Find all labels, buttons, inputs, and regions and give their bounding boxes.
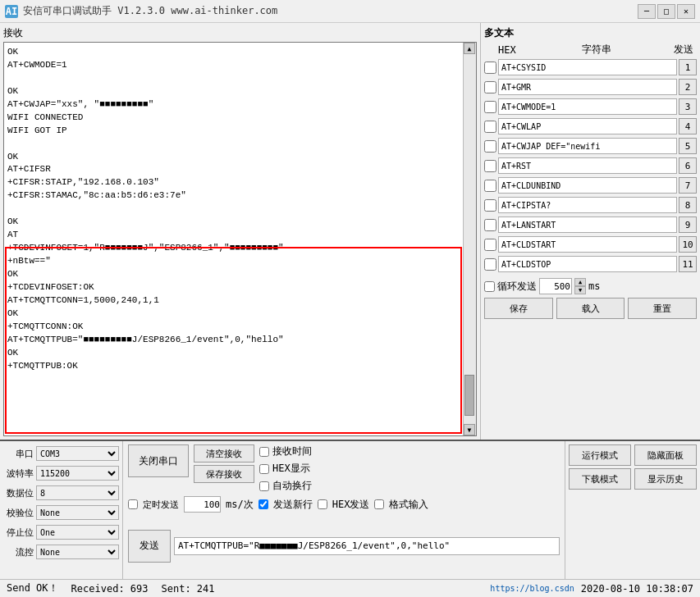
text-input-11[interactable]: [498, 256, 677, 272]
recv-time-checkbox[interactable]: [259, 447, 269, 457]
send-btn-1[interactable]: 1: [679, 59, 697, 75]
status-right: https://blog.csdn 2020-08-10 10:38:07: [490, 583, 693, 595]
hex-cb-5[interactable]: [484, 140, 496, 153]
text-input-2[interactable]: [498, 79, 677, 95]
scroll-thumb[interactable]: [464, 375, 474, 416]
baud-select[interactable]: 115200: [36, 466, 119, 481]
bottom-section: 串口 COM3 波特率 115200 数据位 8: [0, 440, 700, 579]
send-btn-9[interactable]: 9: [679, 216, 697, 233]
loop-interval-input[interactable]: [539, 278, 572, 294]
vertical-scrollbar[interactable]: ▲ ▼: [463, 43, 476, 435]
flow-select[interactable]: None: [36, 545, 119, 559]
stop-bits-select[interactable]: One: [36, 525, 119, 540]
window-controls: ─ □ ✕: [638, 4, 695, 19]
hex-cb-1[interactable]: [484, 62, 496, 74]
spinner-down-button[interactable]: ▼: [574, 286, 586, 294]
reset-button[interactable]: 重置: [628, 298, 697, 319]
open-port-button[interactable]: 关闭串口: [128, 444, 189, 477]
col-str-label: 字符串: [521, 43, 672, 57]
send-btn-8[interactable]: 8: [679, 197, 697, 213]
top-controls: 关闭串口 清空接收 保存接收 接收时间 HEX显示: [128, 444, 560, 493]
hex-display-option: HEX显示: [259, 462, 312, 476]
recv-time-label: 接收时间: [272, 444, 312, 458]
load-button[interactable]: 载入: [556, 298, 625, 319]
run-mode-button[interactable]: 运行模式: [569, 444, 631, 466]
scroll-down-button[interactable]: ▼: [464, 424, 475, 435]
show-history-button[interactable]: 显示历史: [634, 468, 697, 490]
text-input-6[interactable]: [498, 157, 677, 174]
send-btn-5[interactable]: 5: [679, 138, 697, 154]
ms-per-label: ms/次: [226, 498, 254, 512]
recv-time-option: 接收时间: [259, 444, 312, 458]
newline-checkbox[interactable]: [258, 499, 268, 509]
mode-row-1: 运行模式 隐藏面板: [569, 444, 697, 466]
port-select[interactable]: COM3: [36, 446, 119, 461]
send-text-input[interactable]: [174, 537, 560, 555]
multi-row-6: 6: [484, 157, 697, 175]
data-bits-row: 数据位 8: [3, 484, 119, 502]
hex-cb-6[interactable]: [484, 160, 496, 172]
receive-panel: 接收 OK AT+CWMODE=1 OK AT+CWJAP="xxs", "■■…: [0, 23, 480, 440]
send-btn-7[interactable]: 7: [679, 177, 697, 194]
send-btn-4[interactable]: 4: [679, 118, 697, 134]
hex-cb-4[interactable]: [484, 121, 496, 133]
multi-col-header: HEX 字符串 发送: [484, 43, 697, 57]
multi-row-4: 4: [484, 117, 697, 135]
text-input-4[interactable]: [498, 118, 677, 134]
parity-select[interactable]: None: [36, 505, 119, 520]
spinner-up-button[interactable]: ▲: [574, 278, 586, 286]
hex-cb-7[interactable]: [484, 180, 496, 192]
hex-cb-2[interactable]: [484, 81, 496, 93]
save-button[interactable]: 保存: [484, 298, 553, 319]
maximize-button[interactable]: □: [657, 4, 675, 19]
fmt-input-checkbox[interactable]: [374, 499, 384, 509]
text-input-7[interactable]: [498, 177, 677, 194]
hex-cb-3[interactable]: [484, 101, 496, 113]
text-input-5[interactable]: [498, 138, 677, 154]
send-btn-10[interactable]: 10: [679, 236, 697, 253]
blog-link[interactable]: https://blog.csdn: [490, 584, 574, 593]
hex-cb-11[interactable]: [484, 258, 496, 271]
text-input-1[interactable]: [498, 59, 677, 75]
data-bits-select[interactable]: 8: [36, 485, 119, 500]
port-label: 串口: [3, 448, 36, 460]
receive-text[interactable]: OK AT+CWMODE=1 OK AT+CWJAP="xxs", "■■■■■…: [4, 43, 463, 435]
send-btn-2[interactable]: 2: [679, 79, 697, 95]
text-input-9[interactable]: [498, 216, 677, 233]
clear-recv-button[interactable]: 清空接收: [194, 444, 254, 463]
save-recv-button[interactable]: 保存接收: [194, 465, 254, 483]
app-title: 安信可串口调试助手 V1.2.3.0 www.ai-thinker.com: [23, 4, 277, 18]
text-input-8[interactable]: [498, 197, 677, 213]
receive-label: 接收: [3, 26, 477, 40]
multi-row-10: 10: [484, 235, 697, 253]
hex-cb-8[interactable]: [484, 199, 496, 212]
flow-control-row: 流控 None: [3, 543, 119, 561]
serial-settings: 串口 COM3 波特率 115200 数据位 8: [0, 441, 123, 579]
text-input-3[interactable]: [498, 98, 677, 115]
right-mode-buttons: 运行模式 隐藏面板 下载模式 显示历史: [565, 441, 700, 579]
hex-send-checkbox[interactable]: [318, 499, 327, 509]
auto-wrap-checkbox[interactable]: [259, 481, 269, 491]
datetime-status: 2020-08-10 10:38:07: [581, 583, 693, 595]
hex-cb-10[interactable]: [484, 239, 496, 251]
send-btn-3[interactable]: 3: [679, 98, 697, 115]
hex-display-checkbox[interactable]: [259, 464, 269, 474]
download-mode-button[interactable]: 下载模式: [569, 468, 631, 490]
minimize-button[interactable]: ─: [638, 4, 656, 19]
close-button[interactable]: ✕: [677, 4, 695, 19]
app-middle: 接收 OK AT+CWMODE=1 OK AT+CWJAP="xxs", "■■…: [0, 23, 700, 440]
loop-send-row: 循环发送 ▲ ▼ ms: [484, 278, 697, 294]
scroll-up-button[interactable]: ▲: [464, 43, 475, 54]
send-btn-6[interactable]: 6: [679, 157, 697, 174]
receive-box: OK AT+CWMODE=1 OK AT+CWJAP="xxs", "■■■■■…: [3, 42, 477, 436]
timer-interval-input[interactable]: [184, 496, 221, 513]
send-button[interactable]: 发送: [128, 530, 171, 563]
timer-send-checkbox[interactable]: [128, 499, 138, 509]
hex-cb-9[interactable]: [484, 219, 496, 231]
hide-panel-button[interactable]: 隐藏面板: [634, 444, 697, 466]
multi-row-8: 8: [484, 196, 697, 214]
loop-send-checkbox[interactable]: [484, 281, 495, 292]
send-btn-11[interactable]: 11: [679, 256, 697, 272]
auto-wrap-option: 自动换行: [259, 479, 312, 493]
text-input-10[interactable]: [498, 236, 677, 253]
